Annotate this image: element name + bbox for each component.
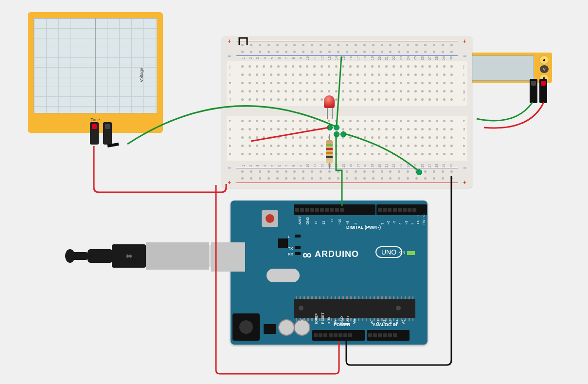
wire-node[interactable]	[334, 125, 339, 130]
simulator-canvas[interactable]: Time Voltage A V R + + − − 1234567891011…	[0, 0, 588, 384]
arduino-digital-header-right[interactable]	[376, 204, 427, 215]
wire-green	[477, 102, 533, 121]
breadboard-top-rail[interactable]: + + − −	[227, 39, 467, 58]
arduino-capacitor	[294, 319, 310, 336]
svg-rect-0	[146, 242, 209, 270]
svg-point-5	[65, 249, 75, 263]
wire-node[interactable]	[327, 125, 333, 130]
arduino-reset-button[interactable]	[262, 210, 278, 227]
breadboard-bottom-rail[interactable]: + + − −	[227, 165, 467, 185]
breadboard-terminal-strip-upper[interactable]: 1234567891011121314151617181920212223242…	[227, 61, 467, 106]
arduino-usb-port[interactable]	[211, 242, 245, 272]
wire-red	[94, 146, 226, 192]
multimeter-mode-volt[interactable]: V	[540, 65, 549, 73]
svg-text:⬌: ⬌	[125, 251, 133, 261]
arduino-logo: ∞ ARDUINO	[303, 247, 359, 262]
svg-rect-2	[112, 244, 146, 268]
resistor-component[interactable]	[326, 140, 333, 164]
oscilloscope-probe-positive[interactable]	[90, 122, 99, 145]
multimeter-probe-negative[interactable]	[530, 79, 537, 103]
arduino-atmega-chip	[294, 299, 415, 318]
oscilloscope-y-axis-label: Voltage	[139, 68, 144, 82]
multimeter-probe-positive[interactable]	[539, 79, 547, 103]
rail-plus-icon: +	[228, 38, 231, 45]
svg-rect-3	[88, 249, 113, 263]
wire-node[interactable]	[340, 131, 346, 137]
arduino-crystal	[267, 269, 300, 282]
led-component[interactable]	[324, 95, 335, 108]
arduino-on-led	[407, 251, 415, 255]
led-anode-leg	[327, 108, 328, 119]
arduino-capacitor	[278, 319, 295, 336]
oscilloscope-screen	[34, 18, 157, 113]
arduino-digital-label: DIGITAL (PWM~)	[346, 225, 381, 230]
arduino-digital-header-left[interactable]	[294, 204, 375, 215]
arduino-power-header[interactable]	[312, 330, 365, 341]
rail-minus-icon: −	[228, 53, 231, 59]
arduino-barrel-jack[interactable]	[232, 313, 260, 341]
oscilloscope-probe-negative[interactable]	[103, 122, 112, 145]
led-cathode-leg	[332, 108, 333, 119]
breadboard-terminal-strip-lower[interactable]: 1234567891011121314151617181920212223242…	[227, 116, 467, 161]
wire-node[interactable]	[334, 131, 339, 137]
oscilloscope[interactable]: Time Voltage	[28, 12, 163, 133]
multimeter-mode-amp[interactable]: A	[539, 55, 549, 64]
svg-rect-4	[68, 252, 89, 260]
wire-node[interactable]	[416, 169, 422, 175]
breadboard[interactable]: + + − − 12345678910111213141516171819202…	[222, 36, 472, 188]
arduino-analog-header[interactable]	[367, 330, 410, 341]
arduino-model-label: UNO	[375, 246, 402, 258]
oscilloscope-x-axis-label: Time	[28, 117, 163, 122]
arduino-uno-board[interactable]: DIGITAL (PWM~) POWER ANALOG IN ∞ ARDUINO…	[231, 201, 428, 345]
wire-red	[484, 102, 544, 128]
